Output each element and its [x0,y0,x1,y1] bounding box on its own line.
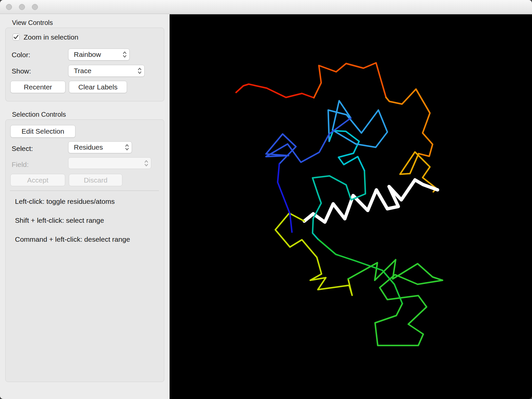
trace-segment-teal [313,171,365,239]
color-dropdown[interactable]: Rainbow [68,49,130,61]
select-dropdown[interactable]: Residues [68,141,132,153]
selection-controls-title: Selection Controls [12,111,66,118]
minimize-button-icon[interactable] [19,4,25,10]
instruction-left-click: Left-click: toggle residues/atoms [15,198,115,205]
control-sidebar: View Controls Zoom in selection Color: R… [0,14,170,399]
zoom-in-selection-checkbox[interactable] [13,34,20,41]
trace-segment-cyan [329,131,364,171]
zoom-in-selection-label: Zoom in selection [24,33,78,41]
discard-button: Discard [69,174,122,186]
recenter-button[interactable]: Recenter [10,81,66,93]
divider [10,191,159,191]
color-label: Color: [12,51,30,59]
trace-segment-orange-red [314,63,386,98]
trace-segment-orange [386,89,433,156]
app-window: View Controls Zoom in selection Color: R… [0,0,532,399]
trace-segment-selection-white [304,180,438,222]
trace-segment-yellow-green [275,213,352,295]
close-button-icon[interactable] [6,4,12,10]
accept-button: Accept [10,174,65,186]
trace-segment-red [236,84,314,98]
field-dropdown [68,157,151,169]
titlebar [0,0,532,14]
instruction-shift-click: Shift + left-click: select range [15,216,104,224]
select-label: Select: [12,145,33,153]
chevron-up-down-icon [122,51,127,59]
zoom-button-icon[interactable] [32,4,38,10]
show-dropdown[interactable]: Trace [68,65,145,77]
clear-labels-button[interactable]: Clear Labels [69,81,127,93]
show-label: Show: [12,67,31,75]
protein-trace-svg [170,14,532,399]
instruction-command-click: Command + left-click: deselect range [15,235,130,243]
select-dropdown-value: Residues [74,143,103,151]
molecule-viewport[interactable] [170,14,532,399]
chevron-up-down-icon [144,159,149,167]
trace-segment-dark-blue [278,164,292,232]
trace-segment-green-2 [318,239,402,304]
chevron-up-down-icon [137,67,142,75]
show-dropdown-value: Trace [74,67,91,75]
edit-selection-button[interactable]: Edit Selection [10,125,75,138]
trace-segment-green-1 [348,260,443,345]
color-dropdown-value: Rainbow [74,51,101,59]
field-label: Field: [12,161,29,169]
checkmark-icon [14,35,19,39]
view-controls-title: View Controls [12,19,53,27]
chevron-up-down-icon [125,143,129,151]
